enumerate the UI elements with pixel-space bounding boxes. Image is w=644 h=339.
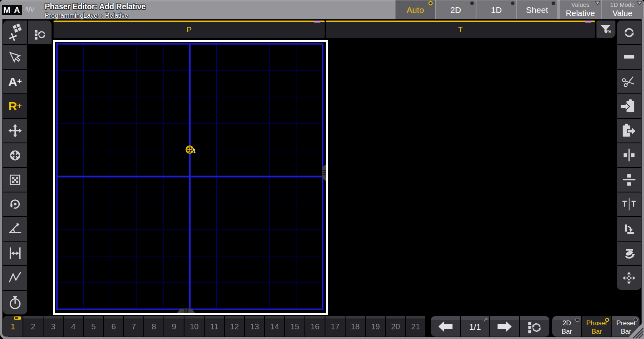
- svg-text:1: 1: [193, 147, 196, 154]
